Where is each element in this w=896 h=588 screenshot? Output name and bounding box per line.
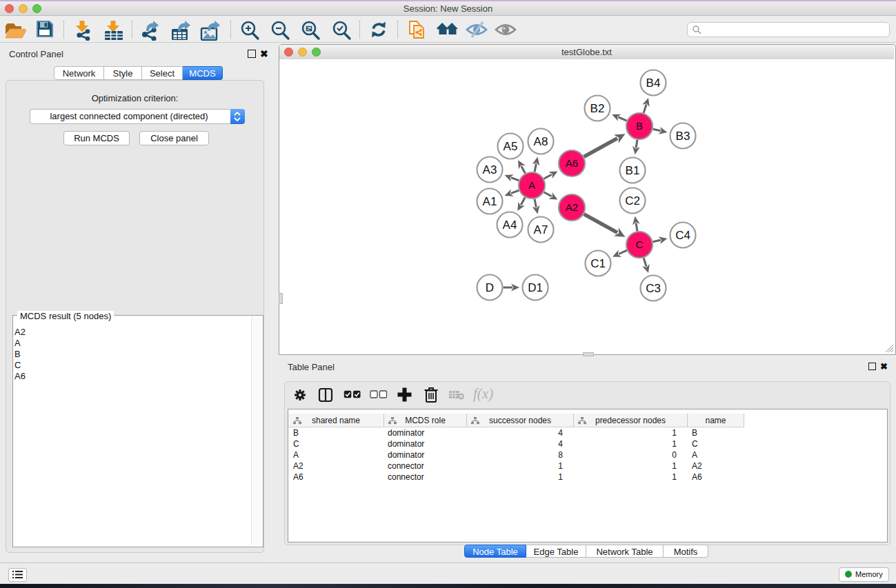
svg-text:B3: B3 xyxy=(676,130,690,143)
svg-text:C1: C1 xyxy=(590,257,606,270)
svg-text:B1: B1 xyxy=(626,164,640,177)
svg-text:A1: A1 xyxy=(483,195,497,208)
svg-text:B: B xyxy=(636,120,643,132)
svg-text:C3: C3 xyxy=(646,282,661,295)
svg-text:A5: A5 xyxy=(504,140,518,153)
svg-text:A2: A2 xyxy=(566,201,578,213)
svg-text:A8: A8 xyxy=(534,135,548,148)
svg-text:A3: A3 xyxy=(483,163,497,176)
svg-text:D1: D1 xyxy=(528,281,543,294)
svg-text:C4: C4 xyxy=(675,229,690,242)
svg-text:A6: A6 xyxy=(566,157,578,169)
svg-text:C2: C2 xyxy=(625,194,640,207)
svg-text:A: A xyxy=(528,179,535,191)
svg-text:B4: B4 xyxy=(646,77,661,90)
svg-text:A7: A7 xyxy=(534,223,548,236)
svg-text:B2: B2 xyxy=(590,102,605,115)
svg-text:C: C xyxy=(636,239,644,250)
svg-text:A4: A4 xyxy=(503,219,517,232)
svg-text:D: D xyxy=(486,281,494,294)
